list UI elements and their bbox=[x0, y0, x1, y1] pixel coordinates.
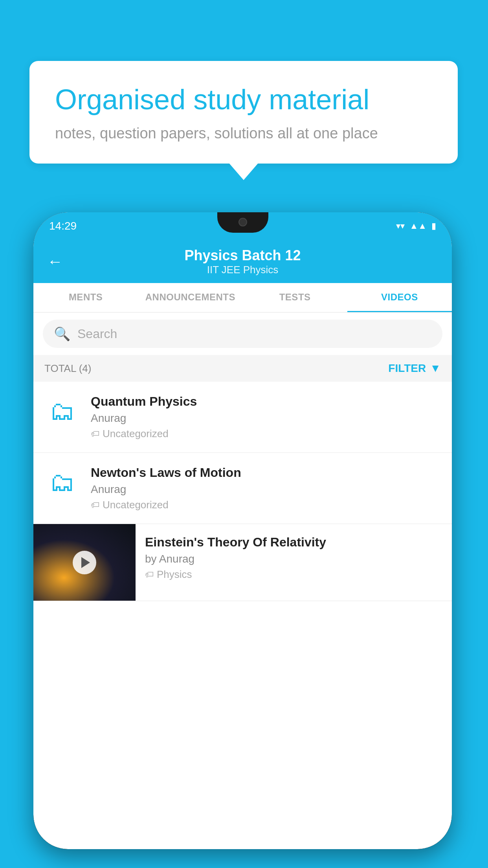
search-icon: 🔍 bbox=[54, 326, 70, 342]
signal-icon: ▲▲ bbox=[409, 221, 427, 231]
list-item[interactable]: 🗂 Newton's Laws of Motion Anurag 🏷 Uncat… bbox=[33, 453, 452, 524]
filter-button[interactable]: FILTER ▼ bbox=[388, 362, 441, 375]
notch bbox=[217, 212, 268, 233]
tag-icon: 🏷 bbox=[145, 570, 154, 580]
search-bar[interactable]: 🔍 Search bbox=[43, 320, 442, 348]
item-author: by Anurag bbox=[145, 553, 442, 565]
play-button[interactable] bbox=[73, 551, 96, 574]
item-icon-container: 🗂 bbox=[44, 465, 80, 497]
list-item[interactable]: Einstein's Theory Of Relativity by Anura… bbox=[33, 524, 452, 601]
phone-frame: 14:29 ▾▾ ▲▲ ▮ ← Physics Batch 12 IIT JEE… bbox=[33, 212, 452, 849]
item-content: Quantum Physics Anurag 🏷 Uncategorized bbox=[91, 394, 441, 440]
item-tag: 🏷 Uncategorized bbox=[91, 499, 441, 511]
item-title: Quantum Physics bbox=[91, 394, 441, 409]
battery-icon: ▮ bbox=[431, 221, 436, 231]
app-header: ← Physics Batch 12 IIT JEE Physics bbox=[33, 240, 452, 283]
camera-dot bbox=[238, 218, 247, 226]
item-tag: 🏷 Physics bbox=[145, 568, 442, 581]
wifi-icon: ▾▾ bbox=[396, 221, 405, 231]
tab-announcements[interactable]: ANNOUNCEMENTS bbox=[138, 283, 242, 312]
item-content: Newton's Laws of Motion Anurag 🏷 Uncateg… bbox=[91, 465, 441, 511]
status-bar: 14:29 ▾▾ ▲▲ ▮ bbox=[33, 212, 452, 240]
bubble-subtitle: notes, question papers, solutions all at… bbox=[55, 125, 432, 142]
thumbnail-bg bbox=[33, 524, 136, 601]
tab-tests[interactable]: TESTS bbox=[243, 283, 347, 312]
folder-icon: 🗂 bbox=[50, 467, 75, 497]
status-icons: ▾▾ ▲▲ ▮ bbox=[396, 221, 436, 231]
item-content: Einstein's Theory Of Relativity by Anura… bbox=[136, 524, 452, 592]
item-icon-container: 🗂 bbox=[44, 394, 80, 426]
status-time: 14:29 bbox=[49, 220, 77, 232]
speech-bubble: Organised study material notes, question… bbox=[29, 61, 458, 164]
tag-icon: 🏷 bbox=[91, 500, 99, 510]
filter-icon: ▼ bbox=[430, 362, 441, 375]
item-author: Anurag bbox=[91, 483, 441, 496]
search-placeholder: Search bbox=[77, 327, 117, 341]
header-title-sub: IIT JEE Physics bbox=[184, 264, 301, 276]
tab-ments[interactable]: MENTS bbox=[33, 283, 138, 312]
item-title: Einstein's Theory Of Relativity bbox=[145, 535, 442, 550]
filter-bar: TOTAL (4) FILTER ▼ bbox=[33, 355, 452, 382]
tab-videos[interactable]: VIDEOS bbox=[347, 283, 452, 312]
total-count: TOTAL (4) bbox=[44, 362, 91, 375]
item-author: Anurag bbox=[91, 412, 441, 425]
phone-screen: 14:29 ▾▾ ▲▲ ▮ ← Physics Batch 12 IIT JEE… bbox=[33, 212, 452, 849]
item-tag: 🏷 Uncategorized bbox=[91, 428, 441, 440]
play-triangle-icon bbox=[81, 557, 90, 568]
tag-icon: 🏷 bbox=[91, 429, 99, 439]
tabs-container: MENTS ANNOUNCEMENTS TESTS VIDEOS bbox=[33, 283, 452, 313]
folder-icon: 🗂 bbox=[50, 396, 75, 426]
video-list: 🗂 Quantum Physics Anurag 🏷 Uncategorized… bbox=[33, 382, 452, 601]
item-title: Newton's Laws of Motion bbox=[91, 465, 441, 480]
search-container: 🔍 Search bbox=[33, 313, 452, 355]
thumbnail-container bbox=[33, 524, 136, 601]
header-title-main: Physics Batch 12 bbox=[184, 247, 301, 264]
bubble-title: Organised study material bbox=[55, 83, 432, 116]
list-item[interactable]: 🗂 Quantum Physics Anurag 🏷 Uncategorized bbox=[33, 382, 452, 453]
header-title: Physics Batch 12 IIT JEE Physics bbox=[184, 247, 301, 276]
back-button[interactable]: ← bbox=[47, 253, 63, 270]
